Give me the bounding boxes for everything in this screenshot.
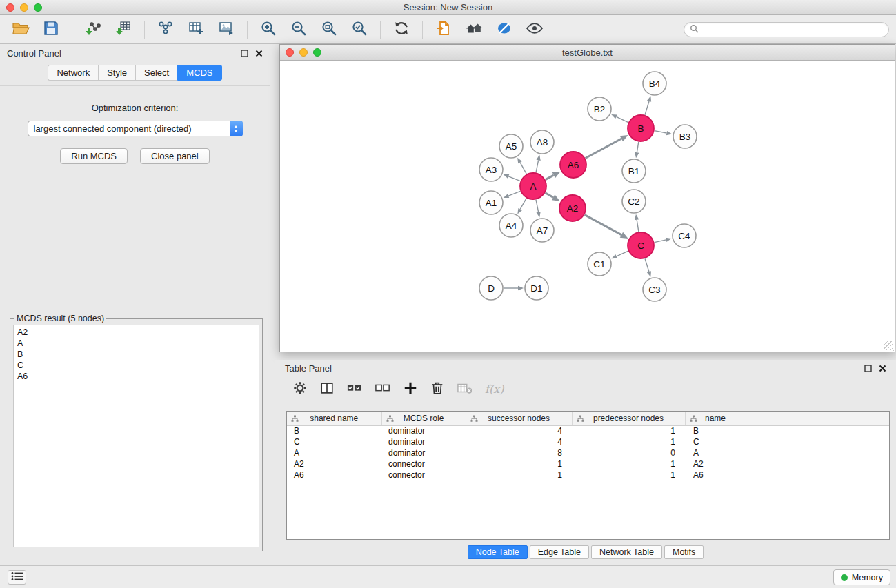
search-box[interactable] xyxy=(684,22,889,37)
mcds-result-list[interactable]: A2ABCA6 xyxy=(13,325,259,547)
zoom-fit-button[interactable] xyxy=(317,17,341,42)
zoom-selected-button[interactable] xyxy=(347,17,372,42)
network-edge-A-A8[interactable] xyxy=(536,155,541,173)
search-input[interactable] xyxy=(702,25,883,34)
network-node-A6[interactable]: A6 xyxy=(560,152,586,178)
table-row[interactable]: A2connector11A2 xyxy=(287,458,889,469)
select-all-button[interactable] xyxy=(346,380,363,398)
network-edge-D-D1[interactable] xyxy=(504,286,524,290)
network-window-titlebar[interactable]: testGlobe.txt xyxy=(280,45,895,61)
mcds-result-item[interactable]: B xyxy=(17,349,255,360)
network-edge-A-A5[interactable] xyxy=(517,158,526,174)
tab-select[interactable]: Select xyxy=(135,65,177,81)
tab-motifs[interactable]: Motifs xyxy=(664,545,704,559)
network-node-A5[interactable]: A5 xyxy=(499,134,523,158)
network-node-A8[interactable]: A8 xyxy=(530,130,554,154)
table-row[interactable]: Adominator80A xyxy=(287,447,889,458)
network-node-B2[interactable]: B2 xyxy=(588,97,611,121)
unselect-all-button[interactable] xyxy=(375,380,391,398)
show-columns-button[interactable] xyxy=(319,380,335,398)
network-node-A7[interactable]: A7 xyxy=(530,219,554,242)
tab-mcds[interactable]: MCDS xyxy=(177,65,221,81)
tab-style[interactable]: Style xyxy=(98,65,135,81)
network-edge-B-B1[interactable] xyxy=(635,142,639,158)
network-node-C[interactable]: C xyxy=(628,232,654,258)
open-document-button[interactable] xyxy=(431,17,456,42)
open-file-button[interactable] xyxy=(8,17,33,42)
float-table-panel-icon[interactable] xyxy=(864,365,872,372)
network-canvas[interactable]: B4B2BB3A8A5A6B1A3AC2A1A2A4A7C4CC1C3DD1 xyxy=(281,61,894,351)
network-edge-A-A1[interactable] xyxy=(504,191,521,198)
network-edge-C-C1[interactable] xyxy=(611,251,628,258)
network-node-A3[interactable]: A3 xyxy=(479,158,503,181)
network-edge-A-A3[interactable] xyxy=(504,174,521,181)
delete-columns-button[interactable] xyxy=(430,380,445,398)
export-image-button[interactable] xyxy=(214,17,239,42)
tab-node-table[interactable]: Node Table xyxy=(468,545,528,559)
network-node-C3[interactable]: C3 xyxy=(643,278,666,301)
save-session-button[interactable] xyxy=(39,17,63,42)
network-node-D1[interactable]: D1 xyxy=(525,276,548,300)
new-table-button[interactable] xyxy=(183,17,208,42)
network-node-A2[interactable]: A2 xyxy=(559,195,586,221)
zoom-in-button[interactable] xyxy=(256,17,281,42)
import-network-button[interactable] xyxy=(81,17,106,42)
network-node-D[interactable]: D xyxy=(479,276,503,300)
column-header-shared-name[interactable]: shared name xyxy=(287,412,381,425)
mcds-result-item[interactable]: A xyxy=(17,338,255,349)
zoom-out-button[interactable] xyxy=(286,17,311,42)
mcds-result-item[interactable]: C xyxy=(17,360,255,371)
table-row[interactable]: Cdominator41C xyxy=(287,436,889,447)
network-edge-B-B4[interactable] xyxy=(645,96,651,115)
column-header-predecessor-nodes[interactable]: predecessor nodes xyxy=(572,412,685,425)
network-edge-C-C4[interactable] xyxy=(655,238,672,243)
network-edge-A-A2[interactable] xyxy=(545,193,559,201)
home-button[interactable] xyxy=(461,17,486,42)
create-column-button[interactable] xyxy=(403,380,418,398)
settings-gear-button[interactable] xyxy=(292,380,308,398)
task-history-button[interactable] xyxy=(8,570,26,585)
network-node-B3[interactable]: B3 xyxy=(673,125,697,148)
network-edge-A6-B[interactable] xyxy=(586,135,628,158)
mcds-result-item[interactable]: A6 xyxy=(17,371,255,382)
graphics-details-button[interactable] xyxy=(492,17,517,42)
network-edge-A-A4[interactable] xyxy=(517,198,526,214)
network-node-C2[interactable]: C2 xyxy=(622,190,646,213)
new-network-button[interactable] xyxy=(153,17,178,42)
network-node-C4[interactable]: C4 xyxy=(673,224,696,247)
memory-button[interactable]: Memory xyxy=(833,569,890,585)
table-row[interactable]: Bdominator41B xyxy=(287,425,889,436)
network-node-B1[interactable]: B1 xyxy=(622,159,646,183)
run-mcds-button[interactable]: Run MCDS xyxy=(60,148,128,164)
network-node-B[interactable]: B xyxy=(628,115,654,141)
network-edge-A-A7[interactable] xyxy=(536,200,541,218)
eye-button[interactable] xyxy=(522,17,547,42)
node-table[interactable]: shared nameMCDS rolesuccessor nodesprede… xyxy=(286,411,890,540)
column-header-mcds-role[interactable]: MCDS role xyxy=(381,412,466,425)
optimization-criterion-dropdown[interactable]: largest connected component (directed) xyxy=(28,121,243,136)
network-edge-C-C2[interactable] xyxy=(635,214,639,232)
network-node-A1[interactable]: A1 xyxy=(479,191,503,214)
import-table-button[interactable] xyxy=(111,17,136,42)
network-edge-A2-C[interactable] xyxy=(585,215,628,239)
table-row[interactable]: A6connector11A6 xyxy=(287,469,889,480)
resize-handle[interactable] xyxy=(884,341,894,351)
refresh-button[interactable] xyxy=(389,17,414,42)
network-node-C1[interactable]: C1 xyxy=(588,252,611,276)
network-edge-B-B3[interactable] xyxy=(655,131,673,135)
close-panel-icon[interactable] xyxy=(255,50,263,57)
network-node-A[interactable]: A xyxy=(520,173,546,199)
network-node-A4[interactable]: A4 xyxy=(499,214,523,237)
mcds-result-item[interactable]: A2 xyxy=(17,327,255,338)
column-header-successor-nodes[interactable]: successor nodes xyxy=(466,412,572,425)
network-edge-A-A6[interactable] xyxy=(546,172,561,180)
network-edge-B-B2[interactable] xyxy=(611,114,628,123)
close-table-panel-icon[interactable] xyxy=(879,365,886,372)
column-header-name[interactable]: name xyxy=(685,412,746,425)
network-node-B4[interactable]: B4 xyxy=(643,72,666,95)
tab-network-table[interactable]: Network Table xyxy=(591,545,662,559)
close-panel-button[interactable]: Close panel xyxy=(140,148,210,164)
float-panel-icon[interactable] xyxy=(241,50,248,57)
tab-network[interactable]: Network xyxy=(48,65,98,81)
tab-edge-table[interactable]: Edge Table xyxy=(530,545,589,559)
